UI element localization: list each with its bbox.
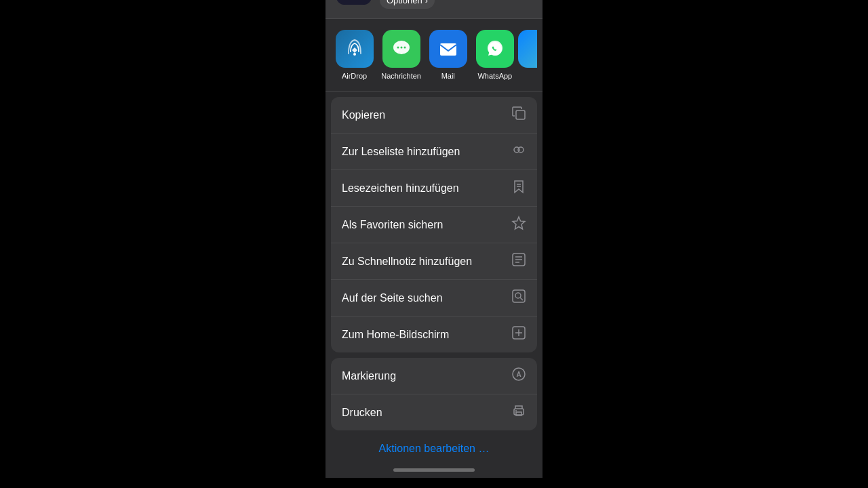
drucken-label: Drucken [342, 407, 382, 419]
apps-row: AirDrop Nachrichten [326, 19, 542, 92]
options-label: Optionen [387, 0, 422, 5]
options-chevron: › [425, 0, 428, 5]
svg-point-10 [397, 47, 399, 49]
mail-icon-circle [429, 30, 467, 68]
favoriten-label: Als Favoriten sichern [342, 219, 443, 231]
mail-svg [437, 38, 459, 60]
svg-rect-35 [516, 412, 521, 415]
action-favoriten[interactable]: Als Favoriten sichern [331, 207, 537, 243]
markup-icon: A [511, 367, 526, 385]
svg-point-36 [515, 410, 517, 411]
action-suchen[interactable]: Auf der Seite suchen [331, 280, 537, 317]
app-item-whatsapp[interactable]: WhatsApp [471, 30, 518, 80]
phone-frame: 14:27 ▐▐▐ ▲ [326, 10, 542, 478]
share-header: ChatGPT chat.openai.com Optionen › ✕ [326, 0, 542, 19]
mail-label: Mail [441, 72, 455, 80]
action-section-2: Markierung A Drucken [331, 358, 537, 430]
action-list: Kopieren Zur Leseliste hinzufügen [326, 97, 542, 462]
readinglist-icon [511, 142, 526, 161]
action-lesezeichen[interactable]: Lesezeichen hinzufügen [331, 170, 537, 207]
app-item-messages[interactable]: Nachrichten [378, 30, 425, 80]
action-leseliste[interactable]: Zur Leseliste hinzufügen [331, 134, 537, 170]
svg-line-28 [520, 298, 523, 300]
app-icon-wrapper [336, 0, 372, 5]
airdrop-icon-circle [336, 30, 374, 68]
messages-svg [391, 38, 412, 60]
home-indicator [326, 462, 542, 478]
bookmark-icon [511, 179, 526, 197]
app-item-mail[interactable]: Mail [425, 30, 471, 80]
svg-rect-16 [516, 110, 525, 119]
search-page-icon [511, 289, 526, 307]
home-bar [393, 468, 475, 472]
kopieren-label: Kopieren [342, 109, 385, 121]
action-section-1: Kopieren Zur Leseliste hinzufügen [331, 97, 537, 352]
whatsapp-svg [484, 38, 506, 60]
svg-rect-0 [336, 0, 372, 5]
action-drucken[interactable]: Drucken [331, 394, 537, 430]
partial-icon [518, 30, 537, 68]
leseliste-label: Zur Leseliste hinzufügen [342, 146, 460, 158]
suchen-label: Auf der Seite suchen [342, 292, 443, 304]
favorite-icon [511, 216, 526, 234]
edit-actions[interactable]: Aktionen bearbeiten … [326, 436, 542, 462]
app-item-airdrop[interactable]: AirDrop [331, 30, 378, 80]
app-info: ChatGPT chat.openai.com Optionen › [380, 0, 532, 9]
messages-icon-circle [382, 30, 420, 68]
options-button[interactable]: Optionen › [380, 0, 435, 9]
airdrop-label: AirDrop [342, 72, 367, 80]
markierung-label: Markierung [342, 370, 396, 382]
edit-actions-label: Aktionen bearbeiten … [379, 443, 490, 454]
action-markierung[interactable]: Markierung A [331, 358, 537, 394]
messages-label: Nachrichten [381, 72, 421, 80]
svg-point-27 [515, 293, 521, 298]
copy-icon [511, 106, 526, 124]
chatgpt-icon [336, 0, 372, 5]
svg-text:A: A [516, 371, 521, 378]
homescreen-label: Zum Home-Bildschirm [342, 329, 449, 341]
lesezeichen-label: Lesezeichen hinzufügen [342, 182, 459, 195]
action-homescreen[interactable]: Zum Home-Bildschirm [331, 317, 537, 352]
add-home-icon [511, 325, 526, 344]
action-schnellnotiz[interactable]: Zu Schnellnotiz hinzufügen [331, 243, 537, 280]
whatsapp-icon-circle [476, 30, 514, 68]
print-icon [511, 403, 526, 422]
airdrop-svg [344, 38, 366, 60]
share-sheet: ChatGPT chat.openai.com Optionen › ✕ [326, 0, 542, 478]
svg-point-12 [403, 47, 406, 49]
schnellnotiz-label: Zu Schnellnotiz hinzufügen [342, 256, 472, 268]
app-item-partial [518, 30, 537, 80]
svg-point-7 [353, 53, 356, 56]
background-content: ChatGPT chat.openai.com Optionen › ✕ [326, 30, 542, 478]
svg-rect-26 [513, 290, 525, 302]
svg-marker-21 [513, 217, 525, 229]
whatsapp-label: WhatsApp [477, 72, 512, 80]
action-kopieren[interactable]: Kopieren [331, 97, 537, 134]
quicknote-icon [511, 252, 526, 270]
svg-point-11 [400, 47, 402, 49]
svg-point-18 [518, 147, 524, 152]
